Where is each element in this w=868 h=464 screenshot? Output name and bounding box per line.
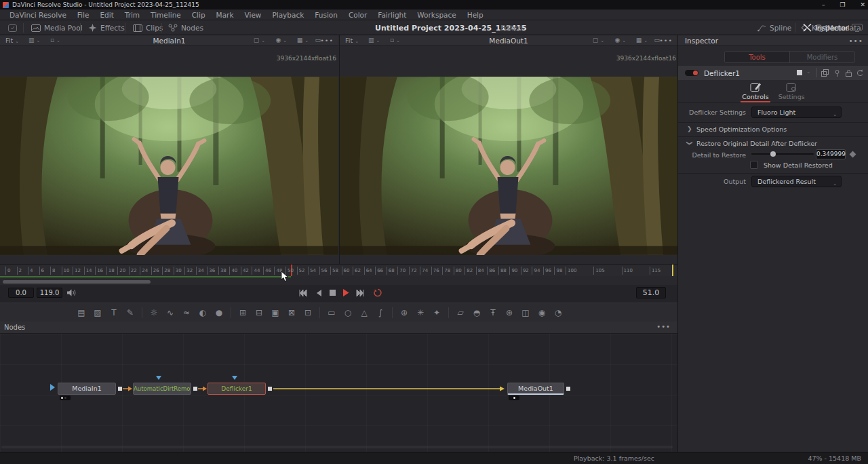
detail-to-restore-value[interactable]: 0.349999 bbox=[816, 149, 846, 159]
menu-playback[interactable]: Playback bbox=[267, 11, 309, 19]
viewer-options-icon[interactable]: ••• bbox=[320, 37, 334, 44]
menu-color[interactable]: Color bbox=[343, 11, 372, 19]
crop-tool-icon[interactable]: ⊡ bbox=[300, 306, 316, 320]
minimize-button[interactable]: – bbox=[822, 1, 825, 8]
brightness-contrast-tool-icon[interactable]: ◐ bbox=[195, 306, 211, 320]
node-color-swatch[interactable] bbox=[797, 70, 802, 75]
camera-3d-tool-icon[interactable]: ◉ bbox=[534, 306, 550, 320]
node-output-square[interactable] bbox=[566, 387, 570, 391]
channel-booleans-tool-icon[interactable]: ▣ bbox=[267, 306, 283, 320]
menu-timeline[interactable]: Timeline bbox=[145, 11, 186, 19]
menu-mark[interactable]: Mark bbox=[211, 11, 239, 19]
viewer-options-icon[interactable]: ••• bbox=[659, 37, 673, 44]
menu-edit[interactable]: Edit bbox=[94, 11, 119, 19]
planar-tracker-tool-icon[interactable]: ✳ bbox=[412, 306, 429, 320]
blur-tool-icon[interactable]: ● bbox=[211, 306, 227, 320]
color-curves-tool-icon[interactable]: ∿ bbox=[162, 306, 178, 320]
background-tool-icon[interactable]: ▤ bbox=[73, 306, 90, 320]
color-controls-icon[interactable]: ◉ ⌄ bbox=[614, 37, 626, 43]
subtab-controls[interactable]: Controls bbox=[742, 80, 768, 102]
node-automaticdirtremoval[interactable]: AutomaticDirtRemov... bbox=[133, 383, 191, 395]
matte-control-tool-icon[interactable]: ⊟ bbox=[251, 306, 267, 320]
text-tool-icon[interactable]: T bbox=[106, 306, 122, 320]
reset-icon[interactable] bbox=[856, 69, 864, 77]
color-corrector-tool-icon[interactable]: ☼ bbox=[146, 306, 162, 320]
lock-icon[interactable] bbox=[845, 69, 852, 77]
node-output-square[interactable] bbox=[268, 387, 272, 391]
pin-icon[interactable] bbox=[833, 69, 841, 77]
image-plane-3d-tool-icon[interactable]: ▱ bbox=[452, 306, 469, 320]
range-end-field[interactable]: 119.0 bbox=[37, 288, 62, 298]
resize-tool-icon[interactable]: ⊠ bbox=[283, 306, 300, 320]
node-deflicker1[interactable]: Deflicker1 bbox=[208, 383, 266, 395]
output-dropdown[interactable]: Deflickered Result ⌄ bbox=[751, 176, 842, 187]
copy-settings-icon[interactable] bbox=[821, 69, 829, 77]
nodes-panel-options-icon[interactable]: ••• bbox=[656, 323, 671, 330]
paint-tool-icon[interactable]: ✎ bbox=[122, 306, 138, 320]
clips-button[interactable]: Clips bbox=[133, 20, 163, 35]
effects-button[interactable]: Effects bbox=[88, 20, 125, 35]
tab-modifiers[interactable]: Modifiers bbox=[790, 52, 854, 62]
fastnoise-tool-icon[interactable]: ▨ bbox=[90, 306, 106, 320]
ellipse-mask-tool-icon[interactable]: ○ bbox=[340, 306, 356, 320]
show-detail-checkbox[interactable] bbox=[750, 161, 758, 169]
merge-3d-tool-icon[interactable]: ⊛ bbox=[501, 306, 517, 320]
go-to-end-button[interactable] bbox=[354, 288, 366, 298]
menu-clip[interactable]: Clip bbox=[186, 11, 211, 19]
detail-to-restore-slider[interactable] bbox=[751, 153, 814, 155]
play-button[interactable] bbox=[340, 288, 352, 298]
range-start-field[interactable]: 0.0 bbox=[8, 288, 34, 298]
roi-icon[interactable]: ▢ ⌄ bbox=[593, 37, 604, 43]
polygon-mask-tool-icon[interactable]: △ bbox=[356, 306, 372, 320]
node-graph[interactable]: MediaIn1 AutomaticDirtRemov... Deflicker… bbox=[0, 334, 677, 452]
clean-feed-icon[interactable] bbox=[852, 24, 863, 32]
deflicker-settings-dropdown[interactable]: Fluoro Light ⌄ bbox=[751, 107, 842, 118]
menu-workspace[interactable]: Workspace bbox=[412, 11, 461, 19]
renderer-3d-tool-icon[interactable]: ◔ bbox=[550, 306, 566, 320]
node-mediaout1[interactable]: MediaOut1 bbox=[507, 383, 564, 395]
go-to-start-button[interactable] bbox=[297, 288, 309, 298]
viewer-left-canvas[interactable]: 3936x2144xfloat16 bbox=[0, 46, 338, 264]
stop-button[interactable] bbox=[326, 288, 338, 298]
media-pool-button[interactable]: Media Pool bbox=[31, 20, 83, 35]
cube-3d-tool-icon[interactable]: ◫ bbox=[517, 306, 534, 320]
viewer-right-canvas[interactable]: 3936x2144xfloat16 bbox=[340, 46, 678, 264]
menu-fairlight[interactable]: Fairlight bbox=[372, 11, 412, 19]
node-output-square[interactable] bbox=[118, 387, 122, 391]
chevron-down-icon[interactable]: ⌄ bbox=[806, 69, 810, 75]
time-ruler[interactable]: 0246810121416182022242628303234363840424… bbox=[0, 264, 677, 276]
panel-toggle-icon[interactable] bbox=[8, 20, 17, 35]
menu-fusion[interactable]: Fusion bbox=[309, 11, 343, 19]
camera-tracker-tool-icon[interactable]: ✦ bbox=[429, 306, 445, 320]
slider-thumb[interactable] bbox=[770, 151, 776, 157]
tracker-tool-icon[interactable]: ⊕ bbox=[396, 306, 412, 320]
node-graph-scrollbar[interactable] bbox=[1, 446, 673, 448]
menu-help[interactable]: Help bbox=[462, 11, 489, 19]
guides-icon[interactable]: ▦ ⌄ bbox=[636, 37, 648, 43]
hue-curves-tool-icon[interactable]: ≈ bbox=[178, 306, 195, 320]
subtab-settings[interactable]: Settings bbox=[778, 80, 805, 102]
shape-3d-tool-icon[interactable]: ◓ bbox=[469, 306, 485, 320]
audio-mute-icon[interactable] bbox=[66, 288, 76, 297]
inspector-button[interactable]: Inspector bbox=[803, 20, 848, 35]
step-back-button[interactable] bbox=[313, 288, 325, 298]
timeline-scrollbar[interactable] bbox=[3, 280, 151, 284]
speed-optimization-section[interactable]: ❯ Speed Optimization Options bbox=[678, 124, 868, 136]
menu-trim[interactable]: Trim bbox=[119, 11, 145, 19]
node-enable-toggle[interactable] bbox=[685, 70, 698, 76]
menu-davinci-resolve[interactable]: DaVinci Resolve bbox=[4, 11, 72, 19]
roi-icon[interactable]: ▢ ⌄ bbox=[254, 37, 265, 43]
inspector-options-icon[interactable]: ••• bbox=[848, 37, 863, 45]
loop-button[interactable] bbox=[372, 288, 384, 298]
merge-tool-icon[interactable]: ⊞ bbox=[235, 306, 251, 320]
node-output-square[interactable] bbox=[193, 387, 197, 391]
bspline-mask-tool-icon[interactable]: ∫ bbox=[372, 306, 389, 320]
tab-tools[interactable]: Tools bbox=[725, 52, 790, 62]
color-controls-icon[interactable]: ◉ ⌄ bbox=[275, 37, 287, 43]
maximize-button[interactable]: ❐ bbox=[840, 1, 845, 8]
keyframe-icon[interactable] bbox=[850, 151, 856, 158]
spline-button[interactable]: Spline bbox=[757, 20, 791, 35]
text-3d-tool-icon[interactable]: Ŧ bbox=[485, 306, 501, 320]
node-mediain1[interactable]: MediaIn1 bbox=[58, 383, 116, 395]
nodes-button[interactable]: Nodes bbox=[168, 20, 203, 35]
